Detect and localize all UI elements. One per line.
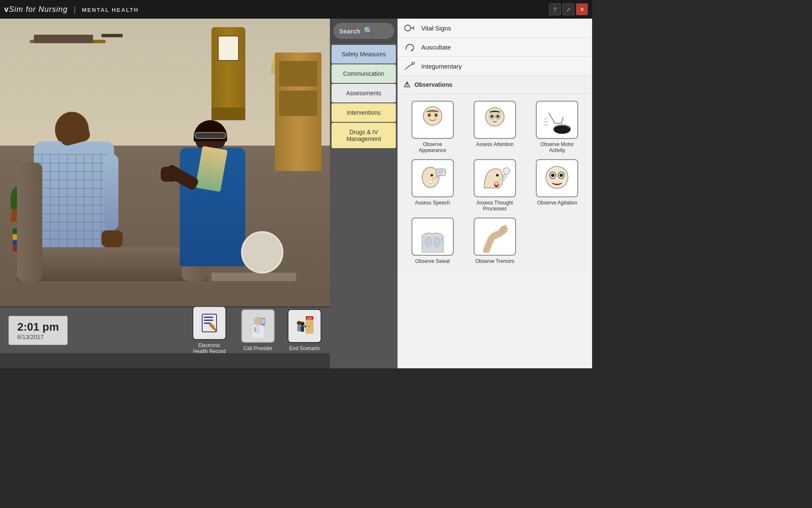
- svg-point-42: [431, 174, 433, 177]
- svg-rect-43: [436, 169, 445, 176]
- svg-point-31: [435, 114, 437, 116]
- call-provider-label: Call Provider: [244, 345, 273, 351]
- svg-point-46: [496, 174, 499, 177]
- maximize-button[interactable]: ⤢: [562, 3, 574, 15]
- svg-rect-10: [261, 319, 265, 324]
- content-panel: Vital Signs Auscultate Integumentary: [398, 19, 592, 368]
- nav-sidebar: Search 🔍 Safety Measures Communication A…: [330, 19, 398, 368]
- observations-header: ⚠ Observations: [398, 76, 592, 94]
- coffee-table: [211, 273, 296, 281]
- nurse-figure: [178, 120, 245, 264]
- svg-point-56: [560, 174, 563, 177]
- observe-appearance-icon: [416, 104, 450, 136]
- app-title: vSim for Nursing | MENTAL HEALTH: [4, 5, 139, 14]
- observe-motor-activity-item[interactable]: Observe Motor Activity: [529, 101, 585, 153]
- integumentary-item[interactable]: Integumentary: [398, 57, 592, 76]
- assess-speech-label: Assess Speech: [415, 200, 450, 206]
- call-provider-button[interactable]: Call Provider: [241, 309, 275, 351]
- svg-point-57: [425, 237, 432, 247]
- observe-agitation-item[interactable]: Observe Agitation: [529, 159, 585, 212]
- observe-appearance-icon-box: [411, 101, 454, 139]
- observe-tremors-icon-box: [474, 218, 516, 256]
- app-subtitle: MENTAL HEALTH: [82, 7, 139, 13]
- end-scenario-button[interactable]: EXIT End Scenario: [288, 309, 321, 351]
- assess-thought-processes-icon-box: [474, 159, 516, 197]
- svg-point-20: [405, 25, 411, 31]
- svg-point-35: [491, 115, 493, 118]
- auscultate-label: Auscultate: [421, 44, 451, 51]
- observe-sweat-label: Observe Sweat: [415, 258, 450, 264]
- observe-appearance-item[interactable]: Observe Appearance: [404, 101, 461, 153]
- observe-sweat-icon-box: [411, 218, 454, 256]
- svg-text:EXIT: EXIT: [307, 317, 312, 320]
- svg-point-48: [495, 182, 498, 185]
- end-scenario-label: End Scenario: [289, 345, 320, 351]
- assess-attention-icon: [478, 104, 512, 136]
- assess-attention-icon-box: [474, 101, 516, 139]
- nav-cat-safety[interactable]: Safety Measures: [332, 45, 396, 64]
- vital-signs-label: Vital Signs: [421, 25, 451, 32]
- observe-sweat-icon: [416, 221, 450, 253]
- observations-title: Observations: [414, 81, 452, 88]
- observe-motor-activity-label: Observe Motor Activity: [536, 141, 578, 153]
- end-scenario-icon-box: EXIT: [288, 309, 321, 343]
- svg-point-51: [502, 178, 505, 180]
- observe-appearance-label: Observe Appearance: [411, 141, 454, 153]
- topbar: vSim for Nursing | MENTAL HEALTH ? ⤢ ✕: [0, 0, 592, 19]
- nav-cat-assessments[interactable]: Assessments: [332, 84, 396, 102]
- call-provider-icon-box: [241, 309, 275, 343]
- svg-point-39: [554, 125, 571, 134]
- observe-agitation-icon: [540, 163, 574, 194]
- bottom-actions: Electronic Health Record: [190, 306, 321, 354]
- current-date: 6/13/2017: [17, 334, 59, 340]
- assess-attention-label: Assess Attention: [476, 141, 514, 147]
- search-icon: 🔍: [364, 26, 373, 36]
- ehr-label: Electronic Health Record: [190, 342, 228, 354]
- assess-thought-processes-icon: [478, 163, 512, 194]
- assess-speech-item[interactable]: Assess Speech: [404, 159, 461, 212]
- search-area: Search 🔍: [330, 19, 398, 43]
- svg-point-55: [551, 174, 554, 177]
- clock-cabinet: [211, 27, 245, 120]
- window-controls: ? ⤢ ✕: [549, 3, 588, 15]
- svg-point-58: [433, 237, 440, 247]
- gun-rack: [25, 31, 110, 52]
- sim-area: 2:01 pm 6/13/2017 Electronic Healt: [0, 19, 330, 368]
- scene-viewport: [0, 19, 330, 306]
- observe-tremors-label: Observe Tremors: [475, 258, 515, 264]
- search-button[interactable]: Search 🔍: [333, 23, 394, 39]
- observe-agitation-label: Observe Agitation: [537, 200, 577, 206]
- assess-speech-icon: [416, 163, 450, 194]
- observations-warning-icon: ⚠: [403, 80, 410, 89]
- assess-attention-item[interactable]: Assess Attention: [466, 101, 523, 153]
- integumentary-icon: [403, 61, 416, 71]
- nav-cat-interventions[interactable]: Interventions: [332, 103, 396, 122]
- svg-point-49: [503, 168, 510, 174]
- auscultate-item[interactable]: Auscultate: [398, 38, 592, 57]
- svg-rect-8: [256, 325, 260, 334]
- help-button[interactable]: ?: [549, 3, 561, 15]
- svg-rect-17: [297, 325, 301, 331]
- svg-point-18: [300, 322, 304, 326]
- plate: [241, 231, 283, 273]
- nav-categories: Safety Measures Communication Assessment…: [330, 43, 398, 368]
- observe-sweat-item[interactable]: Observe Sweat: [404, 218, 461, 264]
- assess-thought-processes-item[interactable]: Assess Thought Processes: [466, 159, 523, 212]
- observe-motor-activity-icon-box: [536, 101, 578, 139]
- search-label: Search: [339, 28, 360, 35]
- observe-agitation-icon-box: [536, 159, 578, 197]
- assess-speech-icon-box: [411, 159, 454, 197]
- current-time: 2:01 pm: [17, 320, 59, 334]
- nav-cat-communication[interactable]: Communication: [332, 64, 396, 83]
- nav-cat-drugs[interactable]: Drugs & IV Management: [332, 123, 396, 148]
- assess-thought-processes-label: Assess Thought Processes: [474, 200, 516, 212]
- vital-signs-icon: [403, 23, 416, 33]
- auscultate-icon: [403, 42, 416, 52]
- observe-tremors-item[interactable]: Observe Tremors: [466, 218, 523, 264]
- svg-rect-1: [204, 317, 213, 318]
- observe-motor-activity-icon: [540, 104, 574, 136]
- observe-tremors-icon: [478, 221, 512, 253]
- ehr-button[interactable]: Electronic Health Record: [190, 306, 228, 354]
- vital-signs-item[interactable]: Vital Signs: [398, 19, 592, 38]
- close-button[interactable]: ✕: [576, 3, 588, 15]
